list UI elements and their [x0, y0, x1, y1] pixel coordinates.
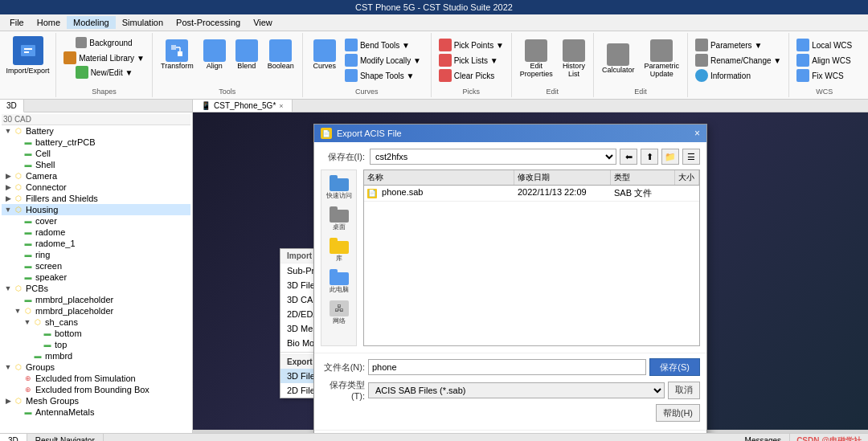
tree-item[interactable]: ▶ ⬡ Connector [2, 182, 190, 193]
edit-properties-button[interactable]: EditProperties [517, 38, 556, 80]
bottom-icon: ▬ [42, 329, 53, 338]
new-edit-button[interactable]: New/Edit ▼ [73, 65, 136, 80]
information-button[interactable]: Information [693, 68, 784, 83]
blend-button[interactable]: Blend [232, 38, 261, 71]
tree-item[interactable]: ▼ ⬡ sh_cans [21, 316, 190, 328]
tree-item[interactable]: ▬ Cell [11, 148, 190, 159]
tree-item[interactable]: ▬ radome [11, 227, 190, 238]
quick-access-thispc[interactable]: 此电脑 [324, 269, 354, 294]
quick-access-network[interactable]: 🖧 网络 [324, 300, 354, 325]
parametric-update-button[interactable]: ParametricUpdate [641, 38, 682, 80]
col-date[interactable]: 修改日期 [514, 170, 611, 185]
menu-postprocessing[interactable]: Post-Processing [170, 16, 247, 29]
col-type[interactable]: 类型 [611, 170, 675, 185]
quick-access-library[interactable]: 库 [324, 238, 354, 263]
background-button[interactable]: Background [73, 36, 134, 49]
history-list-button[interactable]: HistoryList [559, 38, 588, 80]
help-button[interactable]: 帮助(H) [656, 404, 700, 422]
bottom-tab-result-navigator[interactable]: Result Navigator [27, 434, 104, 441]
filetype-select[interactable]: ACIS SAB Files (*.sab) [368, 382, 665, 398]
tree-item[interactable]: ▬ ring [11, 249, 190, 260]
file-name: 📄 phone.sab [364, 186, 514, 201]
tree-item[interactable]: ▬ radome_1 [11, 238, 190, 249]
up-btn[interactable]: ⬆ [641, 149, 658, 165]
menu-simulation[interactable]: Simulation [116, 16, 170, 29]
quick-access-starred[interactable]: 快速访问 [324, 175, 354, 200]
curves-button[interactable]: Curves [309, 38, 339, 71]
tree-item-housing[interactable]: ▼ ⬡ Housing [2, 204, 190, 215]
menu-view[interactable]: View [247, 16, 279, 29]
save-in-combo[interactable]: cst2hfxs [370, 149, 616, 165]
tree-item[interactable]: ▬ bottom [31, 328, 190, 339]
material-library-button[interactable]: Material Library ▼ [61, 51, 147, 65]
bottom-messages[interactable]: Messages [737, 434, 791, 441]
menu-home[interactable]: Home [31, 16, 67, 29]
tree-item[interactable]: ▶ ⬡ Fillers and Shields [2, 193, 190, 204]
fix-wcs-button[interactable]: Fix WCS [794, 68, 854, 83]
calculator-icon [607, 43, 629, 66]
tree-item[interactable]: ▼ ⬡ PCBs [2, 283, 190, 294]
tree-item[interactable]: ▼ ⬡ Groups [2, 361, 190, 373]
col-size[interactable]: 大小 [675, 170, 699, 185]
bend-tools-button[interactable]: Bend Tools ▼ [342, 38, 424, 52]
filetype-row: 保存类型(T): ACIS SAB Files (*.sab) 取消 [321, 379, 700, 401]
view-btn[interactable]: ☰ [682, 149, 700, 165]
menu-bar: File Home Modeling Simulation Post-Proce… [0, 14, 868, 31]
shape-tools-button[interactable]: Shape Tools ▼ [342, 68, 424, 83]
file-row[interactable]: 📄 phone.sab 2022/11/13 22:09 SAB 文件 [364, 186, 699, 202]
tree-item[interactable]: ▶ ⬡ Mesh Groups [2, 395, 190, 406]
transform-button[interactable]: Transform [158, 38, 197, 71]
save-button[interactable]: 保存(S) [649, 358, 700, 376]
cell-icon: ▬ [23, 149, 34, 158]
tree-item[interactable]: ▬ mmbrd [21, 350, 190, 361]
menu-modeling[interactable]: Modeling [67, 16, 116, 29]
back-btn[interactable]: ⬅ [620, 149, 637, 165]
tree-item[interactable]: ⊕ Excluded from Bounding Box [11, 384, 190, 395]
parameters-button[interactable]: Parameters ▼ [693, 38, 784, 52]
new-folder-btn[interactable]: 📁 [661, 149, 679, 165]
tree-item[interactable]: ▬ speaker [11, 272, 190, 283]
fillers-icon: ⬡ [13, 194, 24, 203]
tree-item[interactable]: ⊕ Excluded from Simulation [11, 373, 190, 384]
tree-item[interactable]: ▬ top [31, 339, 190, 350]
tree-item[interactable]: ▬ Shell [11, 159, 190, 170]
tree-item[interactable]: ▼ ⬡ mmbrd_placeholder [11, 305, 190, 316]
align-wcs-button[interactable]: Align WCS [794, 53, 854, 67]
import-export-button[interactable]: Import/Export [2, 35, 52, 76]
tree-item[interactable]: ▶ ⬡ Camera [2, 170, 190, 182]
curves-row: Curves Bend Tools ▼ Modify Locally ▼ Sha… [308, 35, 425, 86]
quick-access-panel: 快速访问 桌面 [321, 169, 357, 346]
quick-access-desktop[interactable]: 桌面 [324, 206, 354, 231]
clear-picks-icon [439, 69, 452, 82]
tree-item[interactable]: ▬ AntennaMetals [11, 406, 190, 418]
col-name[interactable]: 名称 [364, 170, 514, 185]
bend-col: Bend Tools ▼ Modify Locally ▼ Shape Tool… [342, 38, 424, 83]
tree-item[interactable]: ▬ mmbrd_placeholder [11, 294, 190, 305]
cancel-button[interactable]: 取消 [668, 382, 700, 399]
boolean-button[interactable]: Boolean [264, 38, 297, 71]
pick-lists-button[interactable]: Pick Lists ▼ [436, 53, 506, 67]
tree-item[interactable]: ▼ ⬡ Battery [2, 125, 190, 137]
bottom-tab-3d[interactable]: 3D [0, 434, 27, 441]
tree-item[interactable]: ▬ battery_ctrPCB [11, 137, 190, 148]
panel-tab-3d[interactable]: 3D [0, 100, 24, 112]
clear-picks-button[interactable]: Clear Picks [436, 68, 506, 83]
modify-locally-button[interactable]: Modify Locally ▼ [342, 53, 424, 67]
file-list[interactable]: 名称 修改日期 类型 大小 📄 phone.sab 2022/11/1 [363, 169, 700, 346]
parametric-icon [650, 39, 673, 62]
dialog-close-button[interactable]: × [694, 128, 700, 139]
pick-points-button[interactable]: Pick Points ▼ [436, 38, 506, 52]
network-icon: 🖧 [330, 300, 349, 316]
excl-bb-icon: ⊕ [23, 385, 34, 394]
menu-file[interactable]: File [3, 16, 31, 29]
local-wcs-button[interactable]: Local WCS [794, 38, 854, 52]
shape-tools-icon [345, 69, 358, 82]
rename-change-button[interactable]: Rename/Change ▼ [693, 53, 784, 67]
tree-item[interactable]: ▬ screen [11, 260, 190, 272]
screen-icon: ▬ [23, 261, 34, 271]
tree-item-cover[interactable]: ▬ cover [11, 215, 190, 227]
calculator-button[interactable]: Calculator [599, 42, 638, 76]
filename-input[interactable] [368, 359, 646, 375]
dialog-title-bar: 📄 Export ACIS File × [314, 125, 706, 142]
align-button[interactable]: Align [200, 38, 229, 71]
